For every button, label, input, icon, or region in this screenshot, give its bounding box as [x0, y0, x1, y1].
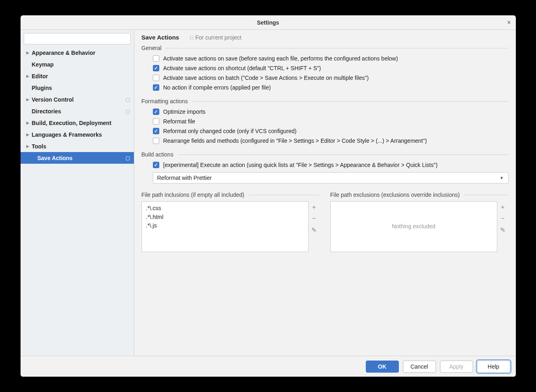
sidebar-item-label: Build, Execution, Deployment	[32, 120, 134, 126]
project-icon: ▢	[190, 35, 194, 40]
group-title-text: Formatting actions	[142, 98, 188, 104]
window-title: Settings	[257, 19, 279, 26]
checkbox[interactable]	[153, 162, 159, 168]
checkbox-label: Reformat only changed code (only if VCS …	[163, 128, 297, 134]
sidebar-item-version-control[interactable]: ▶Version Control▢	[21, 94, 134, 105]
sidebar-item-plugins[interactable]: Plugins	[21, 82, 134, 94]
checkbox-label: Activate save actions on shortcut (defau…	[163, 65, 321, 71]
divider	[248, 195, 320, 195]
quicklist-combo[interactable]: Reformat with Prettier ▼	[153, 172, 509, 183]
sidebar-tree: ▶Appearance & BehaviorKeymap▶EditorPlugi…	[21, 47, 134, 356]
chevron-down-icon: ▼	[500, 175, 504, 180]
help-button[interactable]: Help	[477, 361, 510, 373]
sidebar-item-save-actions[interactable]: Save Actions▢	[21, 152, 134, 164]
group-title-general: General	[142, 45, 509, 51]
sidebar-item-label: Plugins	[32, 85, 134, 91]
checkbox-row[interactable]: Rearrange fields and methods (configured…	[153, 136, 509, 146]
checkbox[interactable]	[153, 118, 159, 125]
checkbox-row[interactable]: Optimize imports	[153, 107, 509, 117]
chevron-right-icon: ▶	[26, 121, 32, 125]
checkbox[interactable]	[153, 84, 159, 91]
sidebar-item-label: Languages & Frameworks	[32, 131, 134, 138]
divider	[464, 195, 509, 195]
inclusions-title: File path inclusions (if empty all inclu…	[142, 192, 320, 198]
inclusions-listbox[interactable]: .*\.css.*\.html.*\.js	[142, 201, 309, 252]
remove-icon[interactable]: −	[312, 215, 316, 222]
sidebar-item-languages-frameworks[interactable]: ▶Languages & Frameworks	[21, 129, 134, 140]
search-input[interactable]	[24, 33, 131, 44]
checkbox[interactable]	[153, 65, 159, 71]
list-item[interactable]: .*\.css	[146, 204, 304, 213]
exclusions-column: File path exclusions (exclusions overrid…	[330, 192, 509, 252]
checkbox-label: Reformat file	[163, 118, 195, 125]
checkbox[interactable]	[153, 138, 159, 144]
checkbox[interactable]	[153, 75, 159, 81]
settings-dialog: Settings × 🔍︎ ▶Appearance & BehaviorKeym…	[21, 15, 516, 377]
exclusions-title: File path exclusions (exclusions overrid…	[330, 192, 509, 198]
checkbox-row[interactable]: [experimental] Execute an action (using …	[153, 160, 509, 170]
group-title-text: File path exclusions (exclusions overrid…	[330, 192, 460, 198]
divider	[165, 48, 508, 48]
sidebar-item-directories[interactable]: Directories▢	[21, 105, 134, 117]
sidebar-item-editor[interactable]: ▶Editor	[21, 70, 134, 82]
exclusions-list-wrap: Nothing excluded + − ✎	[330, 201, 509, 252]
checkbox-label: No action if compile errors (applied per…	[163, 84, 271, 91]
checkbox-row[interactable]: Reformat file	[153, 117, 509, 126]
checkbox[interactable]	[153, 55, 159, 62]
add-icon[interactable]: +	[312, 204, 316, 211]
titlebar: Settings ×	[21, 15, 516, 30]
checkbox-row[interactable]: No action if compile errors (applied per…	[153, 83, 509, 92]
sidebar-item-build-execution-deployment[interactable]: ▶Build, Execution, Deployment	[21, 117, 134, 129]
checkbox-row[interactable]: Reformat only changed code (only if VCS …	[153, 126, 509, 136]
exclusions-listbox[interactable]: Nothing excluded	[330, 201, 497, 252]
checkbox-label: Optimize imports	[163, 108, 206, 115]
checkbox-row[interactable]: Activate save actions on save (before sa…	[153, 54, 509, 63]
divider	[192, 101, 509, 102]
sidebar-item-label: Appearance & Behavior	[32, 50, 134, 56]
content-panel: Save Actions ▢ For current project Gener…	[134, 30, 516, 356]
checkbox[interactable]	[153, 108, 159, 115]
apply-button[interactable]: Apply	[440, 361, 473, 373]
combo-value: Reformat with Prettier	[157, 175, 212, 181]
exclusions-tools: + − ✎	[497, 201, 509, 252]
sidebar-item-appearance-behavior[interactable]: ▶Appearance & Behavior	[21, 47, 134, 58]
group-title-text: General	[142, 45, 162, 51]
sidebar-item-keymap[interactable]: Keymap	[21, 58, 134, 70]
checkbox-row[interactable]: Activate save actions on shortcut (defau…	[153, 63, 509, 73]
checkbox[interactable]	[153, 128, 159, 134]
group-title-text: Build actions	[142, 151, 173, 158]
chevron-right-icon: ▶	[26, 97, 32, 102]
list-item[interactable]: .*\.js	[146, 221, 304, 230]
path-lists-row: File path inclusions (if empty all inclu…	[142, 192, 509, 252]
add-icon[interactable]: +	[501, 204, 505, 211]
ok-button[interactable]: OK	[366, 361, 399, 373]
close-icon[interactable]: ×	[507, 19, 511, 26]
group-title-formatting: Formatting actions	[142, 98, 509, 104]
checkbox-label: Rearrange fields and methods (configured…	[163, 138, 427, 144]
cancel-button[interactable]: Cancel	[403, 361, 436, 373]
inclusions-list-wrap: .*\.css.*\.html.*\.js + − ✎	[142, 201, 320, 252]
sidebar-item-label: Tools	[32, 143, 134, 150]
group-build: Build actions [experimental] Execute an …	[142, 151, 509, 183]
list-item[interactable]: .*\.html	[146, 213, 304, 222]
general-options: Activate save actions on save (before sa…	[142, 54, 509, 92]
inclusions-tools: + − ✎	[309, 201, 320, 252]
sidebar-item-label: Keymap	[32, 61, 134, 68]
sidebar-item-label: Version Control	[32, 96, 125, 103]
edit-icon[interactable]: ✎	[311, 226, 317, 234]
sidebar-item-tools[interactable]: ▶Tools	[21, 140, 134, 152]
remove-icon[interactable]: −	[501, 215, 505, 222]
content-header: Save Actions ▢ For current project	[142, 34, 509, 41]
page-title: Save Actions	[142, 34, 179, 41]
group-formatting: Formatting actions Optimize importsRefor…	[142, 98, 509, 146]
empty-text: Nothing excluded	[392, 222, 435, 231]
search-wrap: 🔍︎	[21, 33, 134, 47]
dialog-footer: OK Cancel Apply Help	[21, 356, 516, 377]
edit-icon[interactable]: ✎	[500, 226, 505, 234]
sidebar-item-label: Editor	[32, 73, 134, 79]
build-combo-wrap: Reformat with Prettier ▼	[142, 172, 509, 183]
sidebar-item-label: Directories	[32, 108, 125, 115]
checkbox-label: [experimental] Execute an action (using …	[163, 162, 438, 168]
checkbox-row[interactable]: Activate save actions on batch ("Code > …	[153, 73, 509, 83]
project-scope-icon: ▢	[125, 155, 130, 161]
